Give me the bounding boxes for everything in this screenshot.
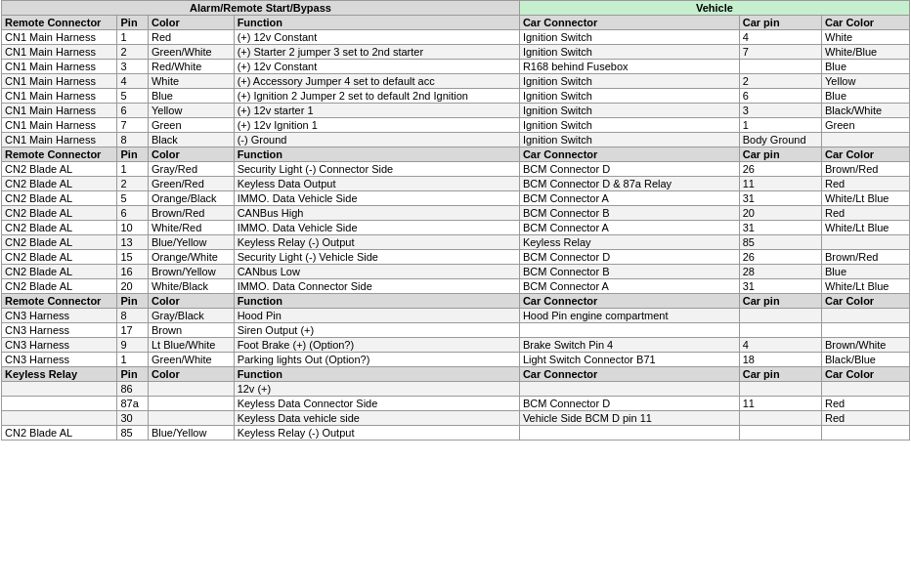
table-cell: 1 (117, 30, 148, 45)
table-cell: White/Lt Blue (822, 191, 910, 206)
main-table: Alarm/Remote Start/Bypass Vehicle Remote… (1, 0, 910, 441)
table-cell: 5 (117, 191, 148, 206)
table-cell: Keyless Relay (519, 235, 739, 250)
table-cell: Brown/White (822, 338, 910, 353)
table-cell: 8 (117, 309, 148, 323)
table-cell: 9 (117, 338, 148, 353)
table-cell: Blue/Yellow (148, 426, 234, 441)
table-cell: Black/White (822, 104, 910, 118)
table-cell: 2 (117, 177, 148, 191)
table-cell: Brown (148, 323, 234, 338)
section-header-cell: Car Connector (519, 294, 739, 309)
table-cell: CN3 Harness (2, 309, 117, 323)
table-cell: (+) Ignition 2 Jumper 2 set to default 2… (234, 89, 519, 104)
col-car-pin: Car pin (739, 16, 821, 30)
table-cell (2, 382, 117, 397)
table-cell: CN1 Main Harness (2, 104, 117, 118)
table-cell: 18 (739, 353, 821, 367)
table-cell: IMMO. Data Vehicle Side (234, 191, 519, 206)
table-cell: BCM Connector A (519, 191, 739, 206)
table-cell: 2 (117, 45, 148, 60)
table-cell: Green/White (148, 45, 234, 60)
section-header-cell: Pin (117, 294, 148, 309)
section-header-cell: Function (234, 147, 519, 162)
table-cell (822, 426, 910, 441)
table-cell: White (822, 30, 910, 45)
table-cell: Brown/Yellow (148, 265, 234, 279)
section-header-cell: Remote Connector (2, 147, 117, 162)
table-cell: Keyless Data Output (234, 177, 519, 191)
table-cell: 7 (739, 45, 821, 60)
table-cell: BCM Connector B (519, 206, 739, 221)
table-cell: 1 (117, 353, 148, 367)
table-cell: CN2 Blade AL (2, 191, 117, 206)
table-cell (148, 411, 234, 426)
section-header-cell: Car Color (822, 294, 910, 309)
table-cell: 7 (117, 118, 148, 133)
table-cell: R168 behind Fusebox (519, 60, 739, 74)
table-cell: CN2 Blade AL (2, 279, 117, 294)
table-cell: CN1 Main Harness (2, 60, 117, 74)
table-cell: Blue (822, 89, 910, 104)
table-cell: Gray/Black (148, 309, 234, 323)
table-cell: 1 (739, 118, 821, 133)
section-header-cell: Car pin (739, 147, 821, 162)
table-cell: Body Ground (739, 133, 821, 147)
table-cell: BCM Connector B (519, 265, 739, 279)
table-cell: Blue (822, 60, 910, 74)
table-cell (519, 426, 739, 441)
table-cell (739, 426, 821, 441)
table-cell: Red (822, 177, 910, 191)
table-cell: Ignition Switch (519, 74, 739, 89)
table-cell: Black/Blue (822, 353, 910, 367)
table-cell: CN3 Harness (2, 338, 117, 353)
table-cell: (+) 12v starter 1 (234, 104, 519, 118)
section-header-cell: Color (148, 294, 234, 309)
table-cell: Blue/Yellow (148, 235, 234, 250)
table-cell: Ignition Switch (519, 118, 739, 133)
table-cell (822, 382, 910, 397)
table-cell: Keyless Data Connector Side (234, 397, 519, 411)
table-cell (2, 397, 117, 411)
table-cell: Security Light (-) Vehicle Side (234, 250, 519, 265)
table-cell: 20 (739, 206, 821, 221)
table-cell: 6 (117, 206, 148, 221)
section-header-cell: Car Connector (519, 367, 739, 382)
table-cell: Green/White (148, 353, 234, 367)
table-cell: Ignition Switch (519, 104, 739, 118)
table-cell: White/Red (148, 221, 234, 235)
table-cell: 85 (739, 235, 821, 250)
section-header-cell: Car pin (739, 367, 821, 382)
table-cell (739, 309, 821, 323)
table-cell: (+) 12v Constant (234, 60, 519, 74)
table-cell: Brown/Red (822, 162, 910, 177)
table-cell: White/Black (148, 279, 234, 294)
section-header-cell: Function (234, 294, 519, 309)
table-cell (822, 309, 910, 323)
table-cell: Keyless Data vehicle side (234, 411, 519, 426)
table-cell: CN2 Blade AL (2, 162, 117, 177)
table-cell: 11 (739, 177, 821, 191)
table-cell: Blue (148, 89, 234, 104)
table-cell: 11 (739, 397, 821, 411)
table-cell: Security Light (-) Connector Side (234, 162, 519, 177)
col-remote-connector: Remote Connector (2, 16, 117, 30)
table-cell: Ignition Switch (519, 30, 739, 45)
table-cell: CN2 Blade AL (2, 221, 117, 235)
table-cell: 16 (117, 265, 148, 279)
table-cell: Hood Pin engine compartment (519, 309, 739, 323)
table-cell: 31 (739, 221, 821, 235)
section-header-cell: Pin (117, 147, 148, 162)
section-header-cell: Color (148, 147, 234, 162)
table-cell: 15 (117, 250, 148, 265)
table-cell: 4 (739, 30, 821, 45)
col-function: Function (234, 16, 519, 30)
table-cell: Keyless Relay (-) Output (234, 426, 519, 441)
table-cell: CN2 Blade AL (2, 235, 117, 250)
table-cell (739, 411, 821, 426)
table-cell: Ignition Switch (519, 89, 739, 104)
table-cell: 26 (739, 162, 821, 177)
table-cell: CANBus High (234, 206, 519, 221)
section-header-cell: Car Color (822, 367, 910, 382)
table-cell: (-) Ground (234, 133, 519, 147)
